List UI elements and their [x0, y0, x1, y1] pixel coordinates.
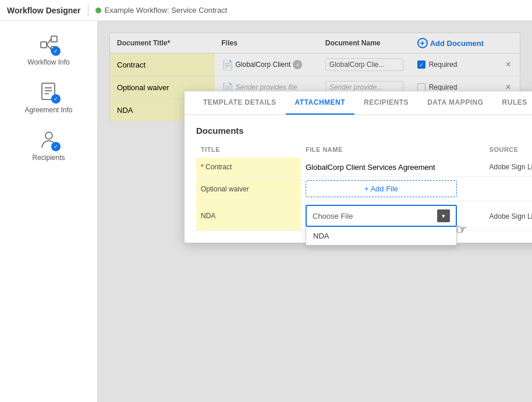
row-title-nda: NDA [196, 201, 301, 231]
dropdown-option-nda[interactable]: NDA [306, 227, 456, 245]
inner-col-title: TITLE [196, 144, 301, 158]
modal-tabs: TEMPLATE DETAILS ATTACHMENT RECIPIENTS D… [185, 91, 532, 115]
row-source-optional [485, 177, 532, 201]
table-row: Optional waiver + Add File [196, 177, 532, 201]
workflow-name: Example Workflow: Service Contract [95, 6, 228, 15]
content-area: Document Title* Files Document Name + Ad… [98, 21, 532, 402]
choose-file-arrow: ▾ [437, 209, 450, 222]
table-row: NDA Choose File ▾ NDA [196, 201, 532, 231]
source-dropdown: Adobe Sign Library ▾ [490, 161, 532, 173]
svg-line-4 [47, 45, 51, 49]
tab-rules[interactable]: RULES [493, 91, 532, 115]
sidebar: ✓ Workflow Info ✓ Agreement Info [0, 21, 98, 402]
svg-rect-1 [51, 36, 57, 42]
recipients-icon: ✓ [37, 128, 61, 151]
sidebar-label-recipients: Recipients [32, 154, 65, 162]
choose-file-wrapper: Choose File ▾ NDA ☞ [306, 205, 457, 227]
row-title-contract: * Contract [196, 158, 301, 177]
app-header: Workflow Designer Example Workflow: Serv… [0, 0, 532, 21]
sidebar-item-recipients[interactable]: ✓ Recipients [0, 122, 97, 168]
svg-line-3 [47, 39, 51, 45]
main-layout: ✓ Workflow Info ✓ Agreement Info [0, 21, 532, 402]
tab-recipients[interactable]: RECIPIENTS [354, 91, 418, 115]
modal-content: Documents TITLE FILE NAME SOURCE [185, 115, 532, 243]
inner-col-filename: FILE NAME [301, 144, 485, 158]
row-source-contract: Adobe Sign Library ▾ [485, 158, 532, 177]
row-filename-contract: GlobalCorp Client Services Agreement [301, 158, 485, 177]
app-title: Workflow Designer [7, 6, 81, 15]
modal: TEMPLATE DETAILS ATTACHMENT RECIPIENTS D… [184, 91, 532, 243]
row-title-optional: Optional waiver [196, 177, 301, 201]
sidebar-item-workflow-info[interactable]: ✓ Workflow Info [0, 27, 97, 72]
inner-table: TITLE FILE NAME SOURCE * Contract [196, 144, 532, 231]
inner-col-source: SOURCE [485, 144, 532, 158]
cursor-icon: ☞ [456, 222, 467, 237]
tab-attachment[interactable]: ATTACHMENT [286, 91, 355, 115]
choose-file-input[interactable]: Choose File ▾ [306, 205, 457, 227]
sidebar-item-agreement-info[interactable]: ✓ Agreement Info [0, 74, 97, 120]
sidebar-label-agreement: Agreement Info [24, 106, 72, 114]
add-file-button[interactable]: + Add File [306, 180, 457, 197]
modal-section-title: Documents [196, 126, 532, 136]
agreement-check-badge: ✓ [51, 94, 61, 104]
tab-data-mapping[interactable]: DATA MAPPING [418, 91, 492, 115]
status-dot [95, 8, 101, 13]
choose-file-dropdown: NDA [306, 227, 457, 246]
workflow-icon: ✓ [37, 33, 61, 56]
svg-rect-0 [41, 42, 47, 48]
choose-file-label: Choose File [313, 212, 353, 220]
sidebar-label-workflow: Workflow Info [27, 58, 69, 66]
recipients-check-badge: ✓ [51, 142, 61, 151]
row-source-nda: Adobe Sign Library [485, 201, 532, 231]
table-row: * Contract GlobalCorp Client Services Ag… [196, 158, 532, 177]
header-divider [88, 5, 88, 16]
tab-template-details[interactable]: TEMPLATE DETAILS [194, 91, 286, 115]
svg-point-9 [45, 132, 52, 139]
row-filename-optional: + Add File [301, 177, 485, 201]
agreement-icon: ✓ [37, 80, 61, 104]
required-asterisk: * [201, 163, 204, 171]
workflow-check-badge: ✓ [51, 47, 61, 56]
row-filename-nda: Choose File ▾ NDA ☞ [301, 201, 485, 231]
